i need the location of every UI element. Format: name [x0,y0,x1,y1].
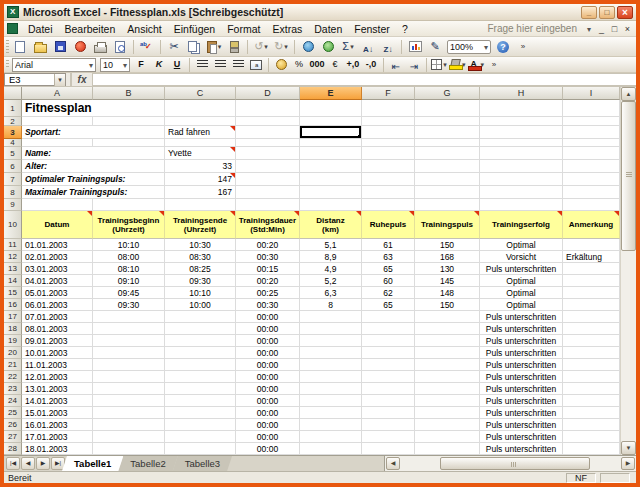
cell[interactable] [480,147,563,160]
vertical-scrollbar-thumb[interactable] [621,101,636,251]
cell[interactable] [415,147,480,160]
cell[interactable] [300,139,362,147]
table-cell[interactable]: 168 [415,251,480,263]
table-cell[interactable] [93,407,165,419]
table-cell[interactable] [300,371,362,383]
fill-color-icon[interactable]: ▾ [449,58,466,72]
sheet-tab-tabelle3[interactable]: Tabelle3 [173,456,232,471]
table-cell[interactable]: 00:20 [236,239,300,251]
table-cell[interactable]: 8,9 [300,251,362,263]
table-cell[interactable]: Puls unterschritten [480,311,563,323]
table-cell[interactable] [563,287,620,299]
table-cell[interactable]: 16.01.2003 [22,419,93,431]
table-cell[interactable]: 00:15 [236,263,300,275]
sort-descending-icon[interactable] [379,38,397,55]
cell[interactable] [300,186,362,199]
spelling-icon[interactable] [138,38,156,55]
column-header-G[interactable]: G [415,87,480,100]
table-cell[interactable] [165,431,236,443]
table-cell[interactable] [300,383,362,395]
font-size-select[interactable]: 10 [100,58,130,72]
table-header-cell[interactable]: Trainingspuls [415,211,480,239]
table-header-cell[interactable]: Distanz (km) [300,211,362,239]
table-cell[interactable]: 10.01.2003 [22,347,93,359]
table-cell[interactable]: 09:30 [93,299,165,311]
table-cell[interactable] [362,311,415,323]
menu-daten[interactable]: Daten [308,22,348,36]
cell[interactable] [93,139,165,147]
zoom-select[interactable]: 100% [447,40,491,54]
cell[interactable] [236,126,300,139]
cell[interactable] [563,147,620,160]
table-cell[interactable]: 10:00 [165,299,236,311]
cell[interactable] [362,173,415,186]
row-header-14[interactable]: 14 [4,275,22,287]
row-header-7[interactable]: 7 [4,173,22,186]
table-cell[interactable]: 63 [362,251,415,263]
row-header-21[interactable]: 21 [4,359,22,371]
cell[interactable] [480,199,563,211]
cell[interactable] [362,199,415,211]
sheet-restore-button[interactable]: □ [608,24,621,34]
table-header-cell[interactable]: Ruhepuls [362,211,415,239]
cell[interactable] [480,186,563,199]
drawing-icon[interactable]: ✎ [426,38,444,55]
close-button[interactable] [617,6,633,19]
table-cell[interactable]: 00:00 [236,371,300,383]
sheet-tab-tabelle2[interactable]: Tabelle2 [118,456,177,471]
table-cell[interactable]: 01.01.2003 [22,239,93,251]
table-cell[interactable]: 09:45 [93,287,165,299]
table-cell[interactable]: 150 [415,299,480,311]
open-icon[interactable] [31,38,49,55]
table-cell[interactable]: 15.01.2003 [22,407,93,419]
align-center-icon[interactable] [212,58,228,72]
table-cell[interactable]: 00:00 [236,383,300,395]
table-cell[interactable]: Puls unterschritten [480,335,563,347]
menu-extras[interactable]: Extras [266,22,308,36]
table-cell[interactable]: 12.01.2003 [22,371,93,383]
cell[interactable] [563,117,620,126]
table-cell[interactable]: 60 [362,275,415,287]
table-cell[interactable] [362,347,415,359]
table-cell[interactable]: 150 [415,239,480,251]
table-cell[interactable]: Vorsicht [480,251,563,263]
scroll-down-icon[interactable]: ▼ [621,441,636,455]
table-cell[interactable] [563,311,620,323]
column-header-I[interactable]: I [563,87,620,100]
table-cell[interactable] [563,431,620,443]
row-header-28[interactable]: 28 [4,443,22,455]
table-cell[interactable]: 145 [415,275,480,287]
table-cell[interactable]: 09:10 [93,275,165,287]
table-cell[interactable]: 61 [362,239,415,251]
table-header-cell[interactable]: Anmerkung [563,211,620,239]
table-header-cell[interactable]: Datum [22,211,93,239]
cell[interactable] [362,160,415,173]
table-cell[interactable]: 00:30 [236,299,300,311]
table-cell[interactable]: 10:10 [165,287,236,299]
thousands-separator-icon[interactable]: 000 [309,58,325,72]
cell-value[interactable]: 147 [165,173,236,186]
new-icon[interactable] [11,38,29,55]
borders-icon[interactable]: ▾ [431,58,447,72]
underline-button[interactable]: U [169,58,185,72]
column-header-B[interactable]: B [93,87,165,100]
table-cell[interactable] [165,395,236,407]
cell-label[interactable]: Alter: [22,160,165,173]
increase-indent-icon[interactable] [406,58,422,72]
table-cell[interactable]: 00:00 [236,431,300,443]
table-cell[interactable] [362,419,415,431]
table-cell[interactable] [563,383,620,395]
permission-icon[interactable] [71,38,89,55]
table-cell[interactable] [415,395,480,407]
selected-cell[interactable] [300,126,362,139]
minimize-button[interactable] [581,6,597,19]
cell[interactable] [236,199,300,211]
table-cell[interactable]: Puls unterschritten [480,359,563,371]
row-header-8[interactable]: 8 [4,186,22,199]
cell[interactable] [563,139,620,147]
table-cell[interactable]: 04.01.2003 [22,275,93,287]
table-cell[interactable] [165,383,236,395]
cell[interactable] [480,126,563,139]
print-icon[interactable] [91,38,109,55]
table-cell[interactable] [563,419,620,431]
